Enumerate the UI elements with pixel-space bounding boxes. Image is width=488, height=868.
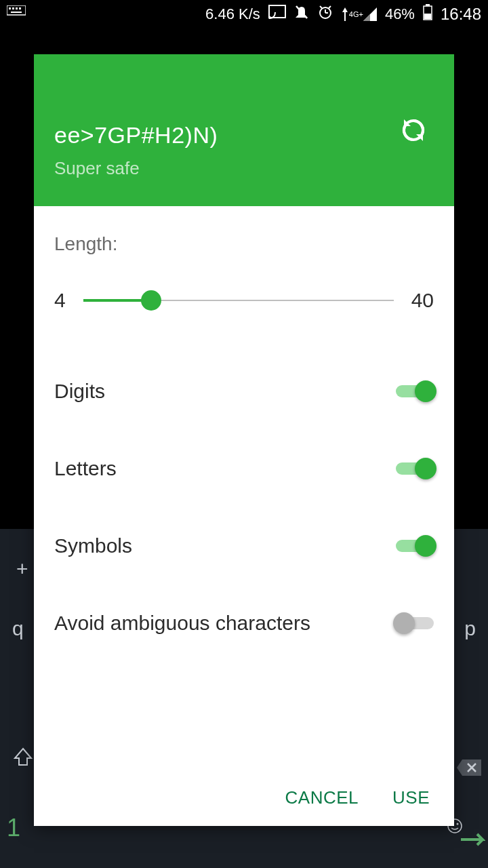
- svg-rect-6: [269, 5, 285, 18]
- toggle-thumb: [415, 535, 436, 557]
- refresh-icon: [399, 115, 428, 145]
- status-left: [7, 5, 26, 23]
- option-row-letters: Letters: [54, 430, 434, 507]
- svg-point-21: [457, 823, 459, 825]
- toggle-thumb: [415, 458, 436, 479]
- generated-password: ee>7GP#H2)N): [54, 122, 434, 149]
- kb-plus: +: [16, 557, 28, 580]
- length-min: 4: [54, 289, 66, 312]
- toggle-thumb: [415, 380, 436, 402]
- kb-q: q: [12, 617, 24, 640]
- svg-rect-15: [426, 4, 430, 6]
- slider-thumb[interactable]: [141, 290, 161, 311]
- svg-rect-0: [7, 5, 26, 15]
- svg-rect-5: [11, 12, 22, 13]
- enter-icon: [458, 830, 485, 854]
- kb-one: 1: [7, 814, 20, 842]
- refresh-button[interactable]: [399, 115, 428, 145]
- length-slider-row: 4 40: [54, 289, 434, 312]
- letters-toggle[interactable]: [396, 458, 434, 479]
- svg-rect-2: [12, 7, 14, 9]
- letters-label: Letters: [54, 457, 117, 480]
- use-button[interactable]: USE: [392, 787, 430, 808]
- symbols-label: Symbols: [54, 534, 132, 557]
- toggle-thumb: [393, 612, 415, 634]
- svg-rect-3: [16, 7, 18, 9]
- status-bar: 6.46 K/s 4G+ 46% 16:48: [0, 0, 488, 28]
- ambiguous-label: Avoid ambiguous characters: [54, 612, 310, 635]
- svg-line-12: [320, 6, 322, 8]
- kb-p: p: [464, 617, 476, 640]
- svg-line-13: [329, 6, 331, 8]
- shift-icon: [12, 746, 34, 772]
- mute-icon: [294, 4, 309, 24]
- dialog-header: ee>7GP#H2)N) Super safe: [34, 54, 454, 206]
- password-strength-label: Super safe: [54, 158, 434, 179]
- network-speed: 6.46 K/s: [205, 5, 260, 23]
- data-icon: 4G+: [342, 7, 377, 21]
- alarm-icon: [317, 4, 333, 24]
- backspace-icon: [455, 758, 483, 782]
- digits-label: Digits: [54, 380, 105, 403]
- keyboard-icon: [7, 5, 26, 23]
- ambiguous-toggle[interactable]: [396, 612, 434, 634]
- dialog-actions: CANCEL USE: [34, 770, 454, 826]
- svg-rect-16: [424, 14, 431, 19]
- symbols-toggle[interactable]: [396, 535, 434, 557]
- option-row-digits: Digits: [54, 353, 434, 430]
- svg-rect-4: [19, 7, 21, 9]
- battery-percent: 46%: [385, 5, 415, 23]
- clock: 16:48: [441, 5, 481, 24]
- length-label: Length:: [54, 233, 434, 255]
- cancel-button[interactable]: CANCEL: [285, 787, 359, 808]
- option-row-symbols: Symbols: [54, 507, 434, 585]
- length-max: 40: [411, 289, 434, 312]
- dialog-body: Length: 4 40 Digits Letters: [34, 206, 454, 770]
- option-row-ambiguous: Avoid ambiguous characters: [54, 585, 434, 662]
- svg-rect-1: [9, 7, 11, 9]
- digits-toggle[interactable]: [396, 380, 434, 402]
- password-generator-dialog: ee>7GP#H2)N) Super safe Length: 4 40 Dig…: [34, 54, 454, 826]
- length-slider[interactable]: [83, 290, 394, 311]
- cast-icon: [268, 5, 286, 24]
- svg-point-7: [268, 16, 271, 19]
- battery-icon: [423, 4, 432, 24]
- status-right: 6.46 K/s 4G+ 46% 16:48: [205, 4, 481, 24]
